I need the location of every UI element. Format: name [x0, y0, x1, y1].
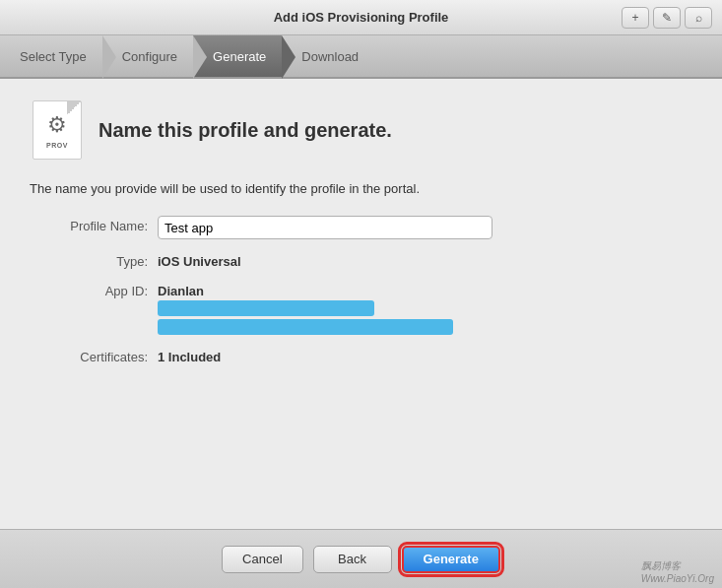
page-title: Name this profile and generate. — [98, 119, 392, 142]
add-button[interactable]: + — [622, 7, 649, 29]
edit-button[interactable]: ✎ — [653, 7, 681, 29]
step-select-type[interactable]: Select Type — [0, 35, 102, 77]
gear-icon: ⚙ — [47, 112, 67, 138]
profile-name-label: Profile Name: — [30, 216, 158, 233]
prov-icon: ⚙ PROV — [30, 98, 85, 162]
bottom-bar: Cancel Back Generate — [0, 529, 722, 588]
app-id-label: App ID: — [30, 281, 158, 298]
type-row: Type: iOS Universal — [30, 251, 692, 269]
certificates-value: 1 Included — [158, 347, 221, 364]
app-id-row: App ID: Dianlan — [30, 281, 692, 335]
watermark-line1: 飘易博客 — [641, 559, 714, 573]
app-id-name: Dianlan — [158, 281, 453, 298]
step-select-type-label: Select Type — [20, 49, 87, 64]
prov-icon-file: ⚙ PROV — [33, 100, 82, 160]
step-configure-label: Configure — [122, 49, 177, 64]
search-button[interactable]: ⌕ — [685, 7, 712, 29]
description-text: The name you provide will be used to ide… — [30, 181, 692, 196]
app-id-blur-2 — [158, 319, 453, 335]
type-label: Type: — [30, 251, 158, 269]
app-id-value-container: Dianlan — [158, 281, 453, 335]
title-bar-buttons: + ✎ ⌕ — [622, 7, 712, 29]
cancel-button[interactable]: Cancel — [222, 546, 302, 573]
window-title: Add iOS Provisioning Profile — [274, 10, 449, 25]
wizard-steps: Select Type Configure Generate Download — [0, 35, 722, 79]
step-download-label: Download — [301, 49, 359, 64]
step-generate-label: Generate — [213, 49, 266, 64]
certificates-label: Certificates: — [30, 347, 158, 364]
type-value: iOS Universal — [158, 251, 241, 269]
generate-button[interactable]: Generate — [402, 546, 500, 573]
app-id-blur-1 — [158, 300, 374, 316]
back-button[interactable]: Back — [313, 546, 392, 573]
watermark: 飘易博客 Www.PiaoYi.Org — [641, 559, 714, 584]
step-download[interactable]: Download — [282, 35, 374, 77]
profile-name-input[interactable] — [158, 216, 492, 239]
certificates-row: Certificates: 1 Included — [30, 347, 692, 364]
profile-name-row: Profile Name: — [30, 216, 692, 239]
content-area: ⚙ PROV Name this profile and generate. T… — [0, 79, 722, 396]
watermark-line2: Www.PiaoYi.Org — [641, 573, 714, 584]
prov-label: PROV — [46, 142, 68, 149]
profile-header: ⚙ PROV Name this profile and generate. — [30, 98, 692, 162]
form-section: The name you provide will be used to ide… — [30, 181, 692, 364]
title-bar: Add iOS Provisioning Profile + ✎ ⌕ — [0, 0, 722, 35]
